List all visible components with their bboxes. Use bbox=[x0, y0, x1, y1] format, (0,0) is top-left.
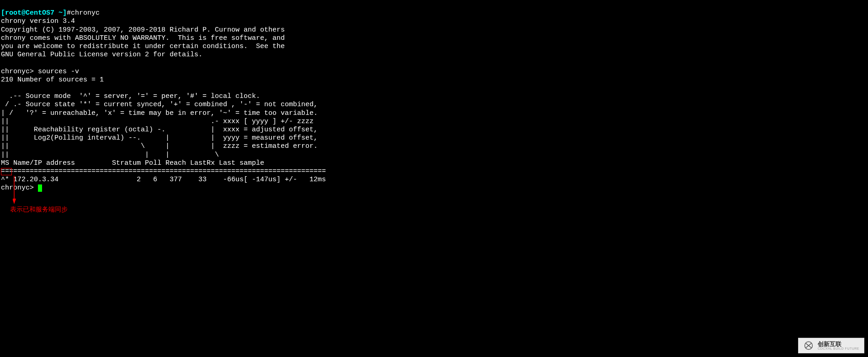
help-line-1: .-- Source mode '^' = server, '=' = peer… bbox=[1, 92, 260, 100]
help-line-8: || | | \ bbox=[1, 151, 219, 159]
help-line-4: || .- xxxx [ yyyy ] +/- zzzz bbox=[1, 118, 314, 125]
prompt-hash: # bbox=[67, 9, 71, 17]
shell-prompt: [root@CentOS7 ~]# bbox=[1, 9, 71, 17]
table-separator: ========================================… bbox=[1, 168, 326, 175]
help-line-7: || \ | | zzzz = estimated error. bbox=[1, 142, 318, 150]
chronyc-prompt: chronyc> bbox=[1, 68, 38, 76]
output-redistribute: you are welcome to redistribute it under… bbox=[1, 43, 285, 50]
help-line-5: || Reachability register (octal) -. | xx… bbox=[1, 126, 318, 134]
watermark-badge: 创新互联 CDCXHL BUILD FUTURE bbox=[798, 338, 864, 353]
table-header: MS Name/IP address Stratum Poll Reach La… bbox=[1, 159, 326, 167]
prompt-close-bracket: ] bbox=[63, 9, 67, 17]
watermark-main-text: 创新互联 bbox=[818, 341, 859, 347]
terminal-window[interactable]: [root@CentOS7 ~]#chronyc chrony version … bbox=[1, 1, 867, 193]
table-row: ^* 172.20.3.34 2 6 377 33 -66us[ -147us]… bbox=[1, 176, 326, 184]
svg-marker-1 bbox=[13, 199, 16, 204]
help-line-2: / .- Source state '*' = current synced, … bbox=[1, 101, 318, 108]
chronyc-prompt-end: chronyc> bbox=[1, 184, 38, 192]
watermark-logo-icon bbox=[803, 340, 814, 351]
prompt-open-bracket: [ bbox=[1, 9, 5, 17]
cursor-block bbox=[38, 184, 42, 192]
help-line-3: | / '?' = unreachable, 'x' = time may be… bbox=[1, 109, 318, 117]
output-gpl: GNU General Public License version 2 for… bbox=[1, 51, 202, 59]
command-input: chronyc bbox=[71, 9, 100, 17]
help-line-6: || Log2(Polling interval) --. | | yyyy =… bbox=[1, 134, 318, 142]
sources-command: sources -v bbox=[38, 68, 79, 76]
annotation-label: 表示已和服务端同步 bbox=[10, 205, 68, 213]
watermark-text: 创新互联 CDCXHL BUILD FUTURE bbox=[818, 341, 859, 350]
output-copyright: Copyright (C) 1997-2003, 2007, 2009-2018… bbox=[1, 26, 285, 34]
prompt-user-host: root@CentOS7 ~ bbox=[5, 9, 63, 17]
output-version: chrony version 3.4 bbox=[1, 17, 75, 25]
output-warranty: chrony comes with ABSOLUTELY NO WARRANTY… bbox=[1, 34, 285, 42]
sources-count: 210 Number of sources = 1 bbox=[1, 76, 104, 84]
watermark-sub-text: CDCXHL BUILD FUTURE bbox=[818, 347, 859, 350]
